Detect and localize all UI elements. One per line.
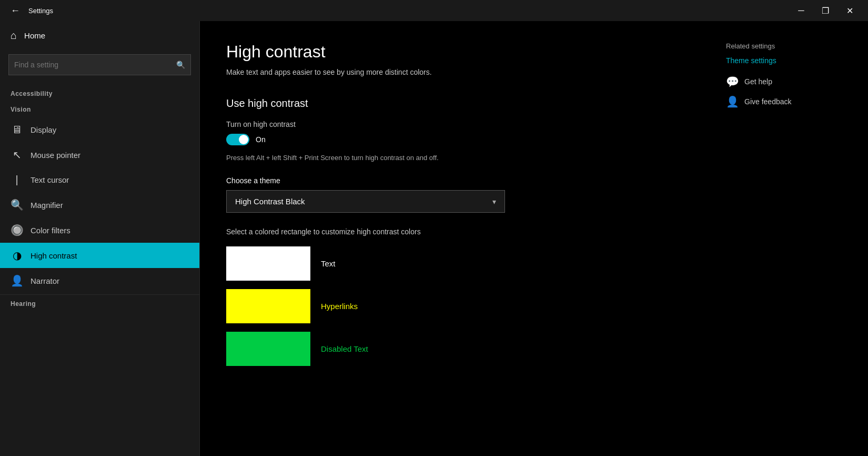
color-label-text: Text — [321, 259, 336, 268]
color-swatches-container: TextHyperlinksDisabled Text — [226, 246, 842, 366]
get-help-label: Get help — [744, 77, 772, 86]
sidebar-item-high-contrast[interactable]: ◑ High contrast — [0, 243, 199, 268]
home-icon: ⌂ — [11, 29, 17, 42]
sidebar-item-display[interactable]: 🖥 Display — [0, 117, 199, 142]
hint-text: Press left Alt + left Shift + Print Scre… — [226, 154, 842, 162]
magnifier-icon: 🔍 — [11, 199, 23, 211]
sidebar-item-label-narrator: Narrator — [31, 276, 59, 285]
sidebar-item-text-cursor[interactable]: | Text cursor — [0, 167, 199, 192]
color-label-disabled-text: Disabled Text — [321, 344, 368, 353]
minimize-button[interactable]: ─ — [789, 0, 813, 21]
color-label-hyperlinks: Hyperlinks — [321, 302, 358, 311]
color-row-text: Text — [226, 246, 842, 281]
sidebar-item-magnifier[interactable]: 🔍 Magnifier — [0, 192, 199, 217]
toggle-label: Turn on high contrast — [226, 120, 842, 128]
color-swatch-disabled-text[interactable] — [226, 332, 310, 366]
customize-label: Select a colored rectangle to customize … — [226, 227, 842, 236]
mouse-pointer-icon: ↖ — [11, 148, 23, 161]
search-box[interactable]: 🔍 — [8, 54, 191, 75]
theme-dropdown[interactable]: High Contrast Black ▾ — [226, 190, 505, 213]
choose-theme-label: Choose a theme — [226, 176, 842, 185]
restore-button[interactable]: ❐ — [813, 0, 837, 21]
sidebar-item-mouse-pointer[interactable]: ↖ Mouse pointer — [0, 142, 199, 167]
sidebar-item-label-high-contrast: High contrast — [31, 251, 77, 260]
search-icon: 🔍 — [176, 61, 185, 69]
get-help-row[interactable]: 💬 Get help — [726, 75, 842, 88]
window-controls: ─ ❐ ✕ — [789, 0, 862, 21]
toggle-row: Turn on high contrast On — [226, 120, 842, 145]
color-swatch-hyperlinks[interactable] — [226, 289, 310, 323]
search-input[interactable] — [14, 61, 176, 69]
toggle-state: On — [256, 135, 266, 144]
related-settings-panel: Related settings Theme settings 💬 Get he… — [726, 42, 842, 115]
toggle-thumb — [239, 135, 248, 144]
close-button[interactable]: ✕ — [837, 0, 862, 21]
main-content: Related settings Theme settings 💬 Get he… — [200, 21, 868, 456]
narrator-icon: 👤 — [11, 274, 23, 287]
app-title: Settings — [28, 7, 53, 15]
sidebar-item-narrator[interactable]: 👤 Narrator — [0, 268, 199, 293]
give-feedback-row[interactable]: 👤 Give feedback — [726, 95, 842, 108]
high-contrast-icon: ◑ — [11, 249, 23, 262]
sidebar: ⌂ Home 🔍 Accessibility Vision 🖥 Display … — [0, 21, 200, 456]
sidebar-item-color-filters[interactable]: 🔘 Color filters — [0, 217, 199, 243]
theme-settings-link[interactable]: Theme settings — [726, 56, 842, 65]
home-label: Home — [24, 31, 45, 40]
back-button[interactable]: ← — [6, 3, 24, 18]
color-filters-icon: 🔘 — [11, 224, 23, 236]
section-label-hearing: Hearing — [0, 296, 199, 312]
color-row-hyperlinks: Hyperlinks — [226, 289, 842, 323]
section-label-vision: Vision — [0, 102, 199, 117]
color-swatch-text[interactable] — [226, 246, 310, 281]
sidebar-item-label-color-filters: Color filters — [31, 226, 70, 235]
sidebar-item-label-cursor: Text cursor — [31, 175, 69, 184]
sidebar-home[interactable]: ⌂ Home — [0, 21, 199, 50]
section-label-accessibility: Accessibility — [0, 86, 199, 102]
display-icon: 🖥 — [11, 124, 23, 136]
theme-selected: High Contrast Black — [235, 197, 305, 206]
get-help-icon: 💬 — [726, 75, 739, 88]
sidebar-item-label-magnifier: Magnifier — [31, 201, 63, 210]
related-settings-title: Related settings — [726, 42, 842, 50]
sidebar-item-label-display: Display — [31, 125, 56, 134]
color-row-disabled-text: Disabled Text — [226, 332, 842, 366]
give-feedback-icon: 👤 — [726, 95, 739, 108]
titlebar: ← Settings ─ ❐ ✕ — [0, 0, 868, 21]
dropdown-arrow-icon: ▾ — [492, 197, 496, 206]
sidebar-item-label-mouse: Mouse pointer — [31, 151, 80, 160]
give-feedback-label: Give feedback — [744, 97, 792, 106]
app-body: ⌂ Home 🔍 Accessibility Vision 🖥 Display … — [0, 21, 868, 456]
text-cursor-icon: | — [11, 174, 23, 186]
high-contrast-toggle[interactable] — [226, 134, 249, 145]
toggle-container: On — [226, 134, 842, 145]
